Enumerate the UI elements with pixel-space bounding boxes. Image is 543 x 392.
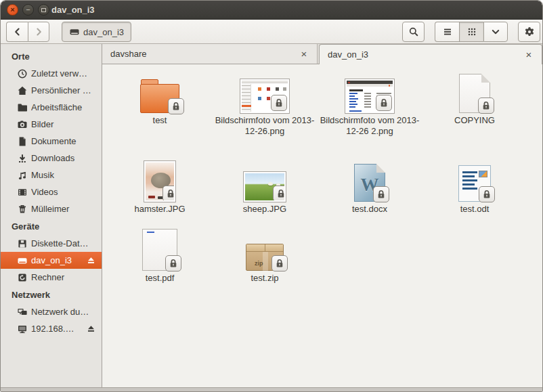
image-thumbnail-hamster	[144, 161, 175, 202]
file-manager-window: × − dav_on_i3 dav_on_i3 OrteZuletzt verw…	[0, 0, 543, 392]
music-icon	[17, 170, 28, 181]
file-item-test-odt[interactable]: test.odt	[424, 158, 525, 215]
file-item-test-docx[interactable]: Wtest.docx	[319, 158, 420, 215]
file-icon-wrap: W	[319, 158, 420, 202]
harddisk-icon	[69, 26, 80, 37]
file-label: test	[109, 115, 211, 126]
search-button[interactable]	[402, 22, 425, 42]
close-icon: ×	[10, 6, 14, 14]
download-icon	[17, 153, 28, 164]
grid-view-button[interactable]	[459, 22, 483, 42]
places-sidebar: OrteZuletzt verw…Persönlicher …Arbeitsfl…	[1, 44, 102, 387]
sidebar-item-arbeitsfl-che[interactable]: Arbeitsfläche	[1, 99, 102, 116]
minimize-icon: −	[26, 6, 30, 14]
sidebar-item-musik[interactable]: Musik	[1, 167, 102, 183]
video-icon	[17, 187, 28, 198]
close-icon[interactable]: ×	[524, 49, 534, 60]
file-item-hamster-jpg[interactable]: hamster.JPG	[109, 158, 211, 215]
eject-icon[interactable]	[86, 255, 96, 265]
sidebar-item-label: Mülleimer	[31, 204, 96, 214]
sidebar-item-bilder[interactable]: Bilder	[1, 116, 102, 133]
clock-icon	[17, 68, 28, 79]
sidebar-item-dav-on-i3[interactable]: dav_on_i3	[1, 252, 102, 269]
file-grid[interactable]: testBildschirmfoto vom 2013-12-26.pngBil…	[102, 64, 542, 387]
camera-icon	[17, 119, 28, 130]
chevron-down-icon	[490, 26, 501, 37]
file-item-test[interactable]: test	[109, 70, 211, 126]
eject-icon[interactable]	[86, 324, 96, 334]
sidebar-item-diskette-dat[interactable]: Diskette-Dat…	[1, 235, 102, 252]
close-icon[interactable]: ×	[299, 49, 309, 59]
sidebar-item-netzwerk-du[interactable]: Netzwerk du…	[1, 303, 102, 320]
file-item-sheep-jpg[interactable]: sheep.JPG	[214, 158, 316, 215]
desktop-folder-icon	[17, 102, 28, 113]
file-item-test-zip[interactable]: ziptest.zip	[214, 227, 316, 284]
file-label: hamster.JPG	[109, 204, 211, 215]
window-resize-edge[interactable]	[1, 387, 542, 391]
minimize-button[interactable]: −	[22, 4, 34, 16]
odt-document-icon	[458, 165, 491, 202]
list-view-button[interactable]	[435, 22, 459, 42]
sidebar-item-label: Netzwerk du…	[31, 307, 96, 317]
maximize-icon	[41, 8, 46, 12]
tab-bar: davshare×dav_on_i3×	[102, 44, 542, 64]
sidebar-item-zuletzt-verw[interactable]: Zuletzt verw…	[1, 65, 102, 82]
titlebar[interactable]: × − dav_on_i3	[1, 1, 542, 20]
file-icon-wrap	[214, 158, 316, 202]
nav-button-group	[6, 22, 49, 42]
file-label: Bildschirmfoto vom 2013-12-26 2.png	[319, 115, 420, 137]
file-item-test-pdf[interactable]: test.pdf	[109, 227, 211, 284]
file-label: test.docx	[319, 204, 420, 215]
sidebar-item-m-lleimer[interactable]: Mülleimer	[1, 200, 102, 217]
back-button[interactable]	[6, 22, 28, 42]
text-file-icon	[459, 74, 490, 113]
sidebar-item-rechner[interactable]: Rechner	[1, 269, 102, 286]
lock-emblem	[479, 186, 495, 202]
list-view-icon	[442, 26, 453, 37]
sidebar-item-label: Diskette-Dat…	[31, 238, 96, 248]
search-icon	[408, 26, 419, 37]
sidebar-section-header: Netzwerk	[1, 286, 102, 303]
file-item-copying[interactable]: COPYING	[424, 70, 525, 126]
maximize-button[interactable]	[38, 4, 49, 16]
sidebar-item-downloads[interactable]: Downloads	[1, 150, 102, 167]
settings-button[interactable]	[518, 22, 540, 42]
sidebar-item-label: dav_on_i3	[31, 255, 83, 265]
breadcrumb-label: dav_on_i3	[83, 27, 124, 37]
main-pane: davshare×dav_on_i3× testBildschirmfoto v…	[102, 44, 542, 387]
sidebar-section-header: Orte	[1, 47, 102, 65]
sidebar-item-label: Rechner	[31, 272, 96, 282]
sidebar-item-dokumente[interactable]: Dokumente	[1, 133, 102, 150]
lock-emblem	[271, 95, 287, 111]
sidebar-item-label: Downloads	[31, 153, 96, 163]
tab-davshare[interactable]: davshare×	[102, 44, 318, 64]
lock-emblem	[165, 255, 181, 271]
lock-emblem	[376, 95, 392, 111]
lock-emblem	[478, 97, 494, 114]
toolbar: dav_on_i3	[1, 20, 542, 44]
file-label: sheep.JPG	[214, 204, 316, 215]
image-thumbnail-sheep	[244, 172, 286, 202]
sidebar-item-label: Musik	[31, 170, 96, 180]
sidebar-item-192-168[interactable]: 192.168.…	[1, 320, 102, 337]
location-breadcrumb-button[interactable]: dav_on_i3	[62, 22, 131, 42]
window-title: dav_on_i3	[51, 5, 95, 15]
tab-label: davshare	[110, 49, 292, 59]
file-icon-wrap	[424, 70, 525, 113]
file-item-bildschirmfoto-vom-2013-12-26-2-png[interactable]: Bildschirmfoto vom 2013-12-26 2.png	[319, 70, 420, 137]
network-drive-icon	[17, 324, 28, 334]
sidebar-item-pers-nlicher[interactable]: Persönlicher …	[1, 82, 102, 99]
sidebar-item-videos[interactable]: Videos	[1, 183, 102, 200]
gear-icon	[524, 26, 535, 37]
lock-emblem	[272, 255, 288, 271]
view-options-button[interactable]	[483, 22, 508, 42]
file-icon-wrap: zip	[214, 227, 316, 271]
sidebar-item-label: Videos	[31, 187, 96, 197]
forward-button[interactable]	[28, 22, 49, 42]
tab-dav-on-i3[interactable]: dav_on_i3×	[319, 44, 542, 64]
file-label: Bildschirmfoto vom 2013-12-26.png	[214, 115, 316, 137]
file-label: COPYING	[424, 115, 525, 126]
close-button[interactable]: ×	[7, 4, 18, 16]
file-item-bildschirmfoto-vom-2013-12-26-png[interactable]: Bildschirmfoto vom 2013-12-26.png	[214, 70, 316, 137]
image-thumbnail-nautilus	[240, 79, 289, 113]
